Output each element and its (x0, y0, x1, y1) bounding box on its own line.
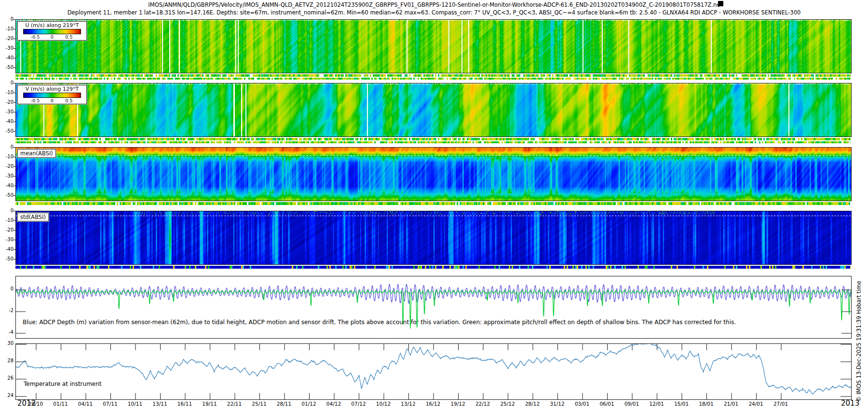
panel-v-velocity-heatmap (15, 83, 852, 143)
x-axis-date-label: 28/12 (525, 401, 540, 407)
colorbar-tick-label: 0.5 (65, 34, 72, 40)
depth-tick-label: -10 (1, 26, 14, 31)
depth-tick-mark (14, 186, 15, 186)
depth-tick-mark (14, 68, 15, 68)
colorbar-tick-label: 0 (51, 34, 54, 40)
panel-std-absi-heatmap (15, 211, 852, 269)
depth-tick-label: -50 (1, 65, 14, 70)
depth-tick-label: -40 (1, 55, 14, 60)
depth-tick-mark (14, 211, 15, 211)
x-axis-date-label: 16/12 (426, 401, 440, 407)
x-axis-date-label: 10/12 (376, 401, 391, 407)
depth-tick-mark (14, 166, 15, 167)
panel-depth-variation: Blue: ADCP Depth (m) variation from sens… (15, 276, 852, 339)
p5-tick-label: -4 (1, 329, 14, 335)
depth-tick-label: -10 (1, 90, 14, 95)
depth-tick-mark (14, 29, 15, 29)
x-axis-date-label: 22/12 (475, 401, 490, 407)
depth-tick-mark (14, 157, 15, 157)
x-axis-date-label: 19/12 (450, 401, 465, 407)
depth-tick-label: -20 (1, 99, 14, 105)
figure: IMOS/ANMN/QLD/GBRPPS/Velocity/IMOS_ANMN-… (0, 0, 868, 410)
depth-tick-mark (14, 230, 15, 231)
x-axis-date-label: 16/11 (177, 401, 192, 407)
depth-tick-mark (14, 93, 15, 93)
window-corner-mark (718, 1, 723, 6)
x-axis-date-label: 18/01 (699, 401, 713, 407)
hm-v-bottom-bin-strip-0 (15, 138, 851, 140)
depth-tick-label: -40 (1, 119, 14, 124)
hm-u-bottom-bin-strip-1 (15, 78, 851, 80)
p6-tick-label: 24 (1, 393, 14, 398)
x-axis-date-label: 31/12 (550, 401, 564, 407)
depth-tick-mark (14, 249, 15, 250)
depth-tick-label: -30 (1, 45, 14, 51)
x-axis-date-label: 15/01 (674, 401, 689, 407)
depth-tick-label: -30 (1, 109, 14, 114)
x-axis-date-label: 25/12 (500, 401, 515, 407)
x-axis-date-label: 29/10 (28, 401, 43, 407)
x-axis-date-label: 07/11 (103, 401, 117, 407)
hm-u-canvas (15, 19, 852, 73)
depth-variation-plot (16, 276, 851, 338)
depth-tick-mark (14, 102, 15, 103)
depth-tick-label: -30 (1, 237, 14, 242)
depth-tick-mark (14, 131, 15, 132)
label-mean-absi: mean(ABSI) (17, 149, 56, 158)
x-axis-date-label: 10/11 (128, 401, 142, 407)
p6-tick-label: 30 (1, 341, 14, 346)
legend-v-velocity: V (m/s) along 129°T -0.500.5 (17, 85, 87, 104)
panel-temperature: Temperature at instrument (15, 343, 852, 400)
hm-std-bottom-bin-strip-0 (15, 266, 851, 269)
label-std-absi: std(ABSI) (17, 213, 49, 221)
x-axis-date-label: 03/01 (575, 401, 589, 407)
legend-u-title: U (m/s) along 219°T (18, 22, 86, 28)
x-axis-date-label: 07/12 (351, 401, 366, 407)
hm-v-canvas (15, 83, 852, 137)
depth-tick-label: -10 (1, 218, 14, 223)
x-axis-date-label: 28/11 (277, 401, 291, 407)
x-axis-date-label: 09/01 (624, 401, 639, 407)
legend-u-velocity: U (m/s) along 219°T -0.500.5 (17, 21, 87, 41)
depth-tick-mark (14, 112, 15, 112)
temperature-plot (16, 344, 851, 399)
colorbar-u (23, 29, 81, 34)
p5-tick-label: 0 (1, 286, 14, 291)
x-axis-date-label: 01/11 (53, 401, 68, 407)
colorbar-tick-label: 0 (51, 98, 54, 103)
x-axis-date-label: 22/11 (227, 401, 242, 407)
figure-subtitle-deployment: Deployment 11, member 1 lat=18.31S lon=1… (0, 9, 868, 16)
hm-v-bottom-bin-strip-1 (15, 141, 851, 143)
depth-tick-label: -20 (1, 164, 14, 169)
legend-v-title: V (m/s) along 129°T (18, 85, 86, 92)
depth-tick-mark (14, 259, 15, 260)
temperature-line (16, 344, 851, 394)
depth-tick-mark (14, 83, 15, 83)
x-axis-date-label: 27/01 (773, 401, 788, 407)
depth-tick-mark (14, 176, 15, 177)
x-axis-date-label: 06/01 (599, 401, 614, 407)
depth-tick-label: 0 (1, 144, 14, 150)
hm-mean-canvas (15, 147, 852, 201)
depth-tick-label: 0 (1, 16, 14, 22)
colorbar-u-ticks: -0.500.5 (18, 34, 86, 40)
colorbar-tick-label: -0.5 (31, 98, 40, 103)
depth-tick-label: -50 (1, 128, 14, 134)
depth-tick-mark (14, 19, 15, 20)
depth-tick-label: -50 (1, 256, 14, 261)
x-axis-date-label: 24/01 (748, 401, 763, 407)
x-axis-date-label: 01/12 (301, 401, 316, 407)
depth-tick-mark (14, 122, 15, 122)
depth-tick-label: -20 (1, 36, 14, 41)
depth-tick-label: -50 (1, 192, 14, 198)
colorbar-tick-label: 0.5 (65, 98, 72, 103)
depth-tick-label: -20 (1, 227, 14, 232)
x-axis-date-label: 13/11 (152, 401, 167, 407)
depth-tick-mark (14, 48, 15, 49)
x-axis-date-label: 19/11 (202, 401, 217, 407)
depth-tick-mark (14, 220, 15, 221)
p6-tick-label: 28 (1, 358, 14, 363)
depth-tick-label: -40 (1, 183, 14, 188)
x-axis-date-label: 04/12 (326, 401, 341, 407)
p5-tick-label: -2 (1, 308, 14, 313)
